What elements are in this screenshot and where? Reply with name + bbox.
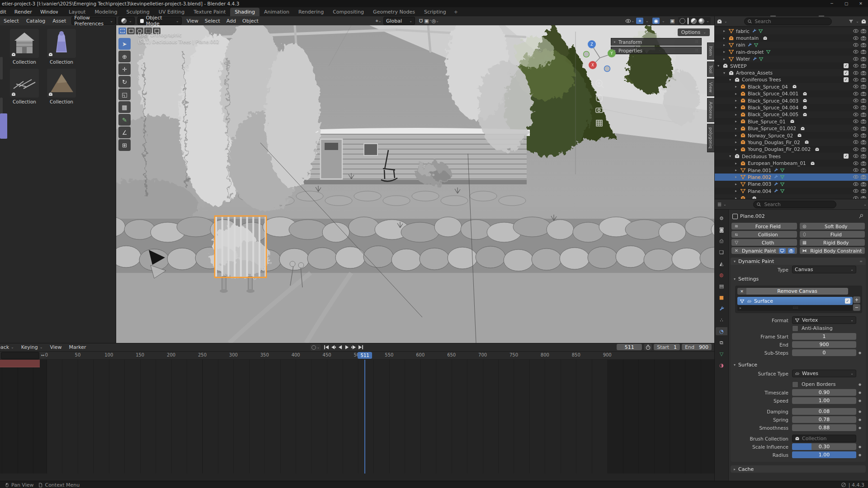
outliner-row[interactable]: ▸Young_Douglas_Fir_02 bbox=[715, 139, 868, 145]
disable-render-icon[interactable] bbox=[860, 181, 867, 187]
render-display-toggle[interactable] bbox=[788, 248, 795, 253]
disable-render-icon[interactable] bbox=[860, 28, 867, 34]
properties-tab-view-layer[interactable]: ❏ bbox=[716, 248, 727, 256]
asset-item[interactable]: Collection bbox=[8, 69, 41, 104]
disable-render-icon[interactable] bbox=[860, 42, 867, 48]
outliner-row[interactable]: ▸mountain bbox=[715, 34, 868, 41]
outliner-row[interactable]: ▸Water bbox=[715, 56, 868, 62]
viewport-canvas[interactable] bbox=[116, 25, 714, 343]
menu-render[interactable]: Render bbox=[10, 8, 36, 16]
outliner-row[interactable]: ▾Deciduous Trees✓ bbox=[715, 153, 868, 160]
outliner-row[interactable]: ▸Plane.002 bbox=[715, 174, 868, 180]
chevron-right-icon[interactable]: ▸ bbox=[735, 84, 740, 89]
disable-render-icon[interactable] bbox=[860, 104, 867, 110]
properties-tab-output[interactable]: ⎙ bbox=[716, 237, 727, 245]
dynamic-paint-section-header[interactable]: ▾ Dynamic Paint≡ bbox=[731, 258, 866, 265]
tab-scripting[interactable]: Scripting bbox=[420, 8, 451, 16]
chevron-right-icon[interactable]: ▸ bbox=[735, 161, 740, 165]
hide-eye-icon[interactable] bbox=[853, 118, 859, 124]
disable-render-icon[interactable] bbox=[860, 56, 867, 62]
disable-render-icon[interactable] bbox=[860, 91, 867, 97]
hide-eye-icon[interactable] bbox=[853, 126, 859, 131]
maximize-button[interactable]: ▢ bbox=[839, 0, 854, 7]
hide-eye-icon[interactable] bbox=[853, 91, 859, 97]
chevron-down-icon[interactable]: ▾ bbox=[717, 64, 722, 68]
hide-eye-icon[interactable] bbox=[853, 146, 859, 152]
outliner-row[interactable]: ▸Young_Douglas_Fir_02.002 bbox=[715, 146, 868, 153]
animate-dot[interactable]: ● bbox=[858, 351, 862, 355]
value-field[interactable]: 0.78 bbox=[792, 416, 856, 423]
npanel-transform[interactable]: ▸ Transform∷ bbox=[611, 38, 702, 46]
visibility-filter-button[interactable]: ⌄ bbox=[626, 18, 633, 24]
chevron-right-icon[interactable]: ▸ bbox=[735, 99, 740, 103]
collection-checkbox[interactable]: ✓ bbox=[844, 63, 849, 68]
viewport-display-toggle[interactable] bbox=[779, 248, 786, 253]
animate-dot[interactable]: ● bbox=[858, 399, 862, 403]
value-field[interactable]: 1.00 bbox=[792, 397, 856, 404]
filter-icon[interactable] bbox=[848, 19, 854, 24]
sidebar-tab-tool[interactable]: Tool bbox=[707, 61, 714, 77]
asset-thumbnail-rock[interactable] bbox=[47, 69, 76, 98]
physics-button-rigid-body[interactable]: ▦Rigid Body bbox=[800, 239, 865, 246]
properties-tab-world[interactable]: ◍ bbox=[716, 271, 727, 279]
properties-tab-render[interactable]: ◙ bbox=[716, 225, 727, 234]
disable-render-icon[interactable] bbox=[860, 112, 867, 117]
physics-button-cloth[interactable]: ▽Cloth bbox=[731, 239, 797, 246]
physics-button-fluid[interactable]: ⬯Fluid bbox=[800, 231, 865, 238]
value-field[interactable]: 1 bbox=[792, 333, 856, 340]
hide-eye-icon[interactable] bbox=[853, 104, 859, 110]
outliner-row[interactable]: ▸rain-droplet bbox=[715, 48, 868, 55]
tab-compositing[interactable]: Compositing bbox=[328, 8, 368, 16]
tab-rendering[interactable]: Rendering bbox=[294, 8, 328, 16]
sidebar-tab-view[interactable]: View bbox=[707, 79, 714, 96]
current-frame-field[interactable]: 511 bbox=[617, 344, 642, 350]
properties-search[interactable] bbox=[753, 201, 836, 208]
grid-ortho-icon[interactable] bbox=[596, 120, 602, 126]
tab-shading[interactable]: Shading bbox=[230, 8, 259, 16]
shading-dropdown-icon[interactable]: ⌄ bbox=[706, 19, 709, 23]
value-field[interactable]: 1.00 bbox=[792, 451, 856, 458]
hide-eye-icon[interactable] bbox=[853, 49, 859, 55]
add-surface-button[interactable]: + bbox=[853, 296, 860, 303]
physics-button-dynamic-paint[interactable]: ✕Dynamic Paint bbox=[731, 247, 797, 254]
timeline-menu-view[interactable]: View bbox=[46, 344, 65, 351]
hide-eye-icon[interactable] bbox=[853, 77, 859, 83]
hide-eye-icon[interactable] bbox=[853, 188, 859, 194]
outliner-row[interactable]: ▾Arborea_Assets✓ bbox=[715, 69, 868, 76]
timeline-track-area[interactable] bbox=[0, 360, 714, 474]
tool-annotate[interactable]: ✎ bbox=[118, 114, 131, 126]
viewport-menu-add[interactable]: Add bbox=[223, 17, 239, 25]
animate-dot[interactable]: ● bbox=[858, 391, 862, 394]
hide-eye-icon[interactable] bbox=[853, 153, 859, 159]
asset-thumb-partial[interactable] bbox=[0, 57, 3, 80]
snap-target-button[interactable]: ▣⌄ bbox=[425, 18, 432, 24]
timeline-ruler[interactable]: ↔ 05010015020025030035040045050055060065… bbox=[0, 352, 714, 360]
overlays-dropdown-icon[interactable]: ⌄ bbox=[660, 18, 667, 24]
properties-tab-object[interactable]: ■ bbox=[716, 293, 727, 301]
chevron-down-icon[interactable]: ▾ bbox=[723, 71, 728, 75]
chevron-right-icon[interactable]: ▸ bbox=[735, 127, 740, 131]
disable-render-icon[interactable] bbox=[860, 126, 867, 131]
gizmo-dropdown-icon[interactable]: ⌄ bbox=[643, 18, 651, 24]
disable-render-icon[interactable] bbox=[860, 118, 867, 124]
play-button[interactable] bbox=[344, 344, 350, 350]
outliner-row[interactable]: ▸Black_Spruce_04.003 bbox=[715, 97, 868, 104]
disable-render-icon[interactable] bbox=[860, 167, 867, 173]
jump-start-button[interactable] bbox=[323, 344, 330, 350]
tab-+[interactable]: + bbox=[451, 8, 461, 16]
options-button[interactable]: Options⌄ bbox=[678, 28, 710, 36]
hide-eye-icon[interactable] bbox=[853, 195, 859, 199]
sidebar-tab-item[interactable]: Item bbox=[707, 42, 714, 60]
surface-subsection[interactable]: ▾ Surface bbox=[731, 359, 866, 369]
hide-eye-icon[interactable] bbox=[853, 28, 859, 34]
pan-hand-icon[interactable] bbox=[596, 94, 602, 102]
disable-render-icon[interactable] bbox=[860, 139, 867, 145]
pin-icon[interactable] bbox=[858, 213, 864, 219]
outliner-row[interactable]: ▸Black_Spruce_04 bbox=[715, 83, 868, 90]
chevron-right-icon[interactable]: ▸ bbox=[723, 29, 728, 33]
chevron-right-icon[interactable]: ▸ bbox=[735, 168, 740, 172]
value-field[interactable]: 0.88 bbox=[792, 424, 856, 431]
asset-item[interactable]: Collection bbox=[45, 29, 78, 65]
chevron-right-icon[interactable]: ▸ bbox=[735, 133, 740, 137]
hide-eye-icon[interactable] bbox=[853, 174, 859, 180]
